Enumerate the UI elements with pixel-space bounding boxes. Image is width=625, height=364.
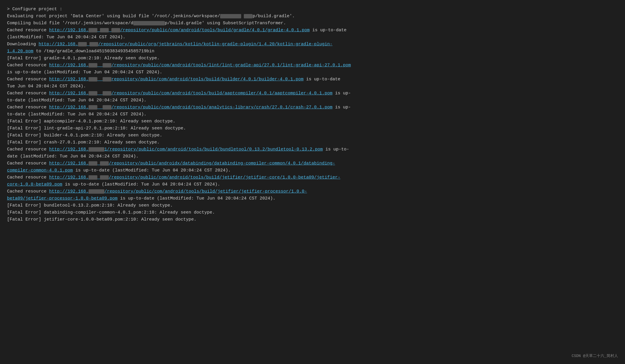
line-7b: is up-to-date (lastModified: Tue Jun 04 … [7, 69, 618, 76]
redacted-12a [89, 189, 104, 194]
line-5: Downloading http://192.168. /repository/… [7, 41, 618, 55]
redacted-11a [89, 175, 97, 180]
redacted-3c [111, 28, 120, 32]
line-13: [Fatal Error] builder-4.0.1.pom:2:10: Al… [7, 132, 618, 139]
link-crash-pom[interactable]: http://192.168. /repository/public/com/a… [49, 105, 332, 110]
redacted-5b [103, 63, 111, 67]
link-bundletool-pom[interactable]: http://192.168. 1/repository/public/com/… [49, 147, 323, 152]
link-jetifier-processor-pom[interactable]: http://192.168. /repository/public/com/a… [7, 189, 307, 201]
link-lint-gradle-api-pom[interactable]: http://192.168. /repository/public/com/a… [49, 63, 351, 68]
line-18: Cached resource http://192.168. /reposit… [7, 188, 618, 202]
redacted-3b [100, 28, 109, 32]
watermark: CSDN @天草二十六_简村人 [572, 353, 618, 359]
redacted-1b [244, 14, 253, 18]
link-gradle-pom[interactable]: http://192.168. /repository/public/com/a… [49, 28, 310, 33]
redacted-3a [89, 28, 97, 32]
line-21: [Fatal Error] jetifier-core-1.0.0-beta09… [7, 216, 618, 223]
line-8: Cached resource http://192.168. reposito… [7, 76, 618, 83]
line-15b: date (lastModified: Tue Jun 04 20:04:24 … [7, 153, 618, 160]
link-databinding-compiler-pom[interactable]: http://192.168. /repository/public/andro… [7, 161, 335, 173]
redacted-10b [100, 161, 109, 166]
redacted-7b [103, 91, 111, 96]
line-9: Cached resource http://192.168. /reposit… [7, 90, 618, 97]
prompt: > Configure project : [7, 7, 62, 12]
line-10: Cached resource http://192.168. /reposit… [7, 104, 618, 111]
line-20: [Fatal Error] databinding-compiler-commo… [7, 209, 618, 216]
link-aaptcompiler-pom[interactable]: http://192.168. /repository/public/com/a… [49, 91, 332, 96]
redacted-6a [89, 77, 97, 82]
line-2: Evaluating root project 'Data Center' us… [7, 13, 618, 20]
redacted-5a [89, 63, 97, 67]
link-builder-pom[interactable]: http://192.168. repository/public/com/an… [49, 77, 303, 82]
line-8b: Tue Jun 04 20:04:24 CST 2024). [7, 83, 618, 90]
redacted-8a [89, 105, 97, 110]
redacted-6b [103, 77, 111, 82]
line-6: [Fatal Error] gradle-4.0.1.pom:2:10: Alr… [7, 55, 618, 62]
redacted-1 [220, 14, 241, 18]
redacted-9a [89, 147, 104, 152]
line-17: Cached resource http://192.168. /reposit… [7, 174, 618, 188]
line-15: Cached resource http://192.168. 1/reposi… [7, 146, 618, 153]
link-kotlin-plugin-pom[interactable]: http://192.168. /repository/public/org/j… [7, 42, 332, 54]
redacted-2 [133, 21, 165, 25]
line-10b: to-date (lastModified: Tue Jun 04 20:04:… [7, 111, 618, 118]
line-1: > Configure project : [7, 6, 618, 13]
redacted-4b [89, 42, 98, 46]
terminal-content: > Configure project : Evaluating root pr… [7, 6, 618, 223]
line-9b: to-date (lastModified: Tue Jun 04 20:04:… [7, 97, 618, 104]
line-4: Cached resource http://192.168. /reposit… [7, 27, 618, 34]
redacted-8b [103, 105, 111, 110]
link-jetifier-core-pom[interactable]: http://192.168. /repository/public/com/a… [7, 175, 340, 187]
line-3: Compiling build file '/root/.jenkins/wor… [7, 20, 618, 27]
line-4b: (lastModified: Tue Jun 04 20:04:24 CST 2… [7, 34, 618, 41]
line-12: [Fatal Error] lint-gradle-api-27.0.1.pom… [7, 125, 618, 132]
line-19: [Fatal Error] bundletool-0.13.2.pom:2:10… [7, 202, 618, 209]
line-14: [Fatal Error] crash-27.0.1.pom:2:10: Alr… [7, 139, 618, 146]
redacted-10a [89, 161, 97, 166]
line-11: [Fatal Error] aaptcompiler-4.0.1.pom:2:1… [7, 118, 618, 125]
redacted-4a [78, 42, 87, 46]
line-16: Cached resource http://192.168. /reposit… [7, 160, 618, 174]
redacted-11b [100, 175, 109, 180]
redacted-7a [89, 91, 97, 96]
line-7: Cached resource http://192.168. /reposit… [7, 62, 618, 69]
